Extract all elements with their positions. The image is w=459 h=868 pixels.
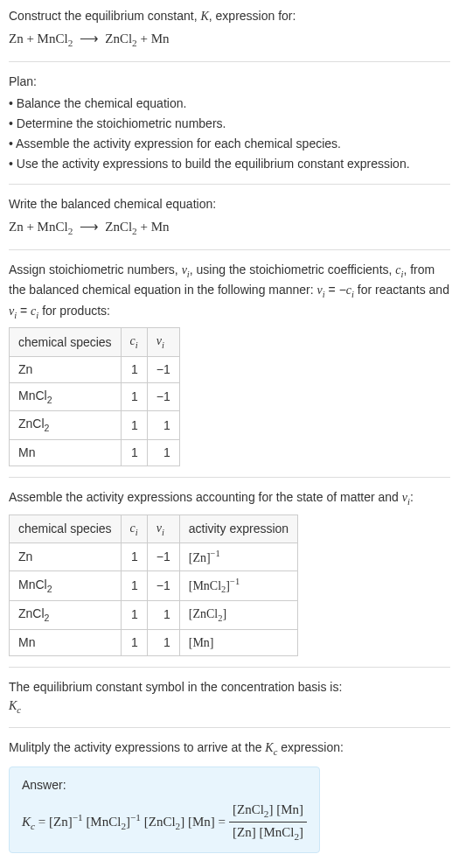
col-species: chemical species: [10, 514, 122, 543]
multiply-text: Mulitply the activity expressions to arr…: [9, 738, 450, 760]
col-v: νi: [147, 328, 179, 357]
cell-species: Zn: [10, 543, 122, 571]
kc-frac-den: [Zn] [MnCl2]: [229, 822, 307, 844]
table-row: Mn 1 1 [Mn]: [10, 629, 298, 655]
cell-species: ZnCl2: [10, 600, 122, 629]
cell-v: −1: [147, 356, 179, 382]
cell-c: 1: [121, 570, 147, 600]
intro-equation: Zn + MnCl2 ⟶ ZnCl2 + Mn: [9, 29, 450, 51]
divider: [9, 249, 450, 250]
plan-heading: Plan:: [9, 73, 450, 91]
cell-c: 1: [121, 382, 147, 411]
activity-table: chemical species ci νi activity expressi…: [9, 514, 298, 656]
kc-frac-num: [ZnCl2] [Mn]: [229, 800, 307, 822]
col-c: ci: [121, 328, 147, 357]
cell-species: MnCl2: [10, 382, 122, 411]
assign-text: Assign stoichiometric numbers, νi, using…: [9, 261, 450, 323]
plan-item: • Determine the stoichiometric numbers.: [9, 115, 450, 133]
table-header-row: chemical species ci νi: [10, 328, 180, 357]
col-species: chemical species: [10, 328, 122, 357]
intro-line: Construct the equilibrium constant, K, e…: [9, 7, 450, 25]
cell-v: 1: [147, 440, 179, 466]
table-row: ZnCl2 1 1 [ZnCl2]: [10, 600, 298, 629]
cell-activity: [Zn]−1: [179, 543, 297, 571]
cell-v: 1: [147, 629, 179, 655]
table-header-row: chemical species ci νi activity expressi…: [10, 514, 298, 543]
cell-c: 1: [121, 543, 147, 571]
cell-c: 1: [121, 356, 147, 382]
divider: [9, 477, 450, 478]
table-row: MnCl2 1 −1 [MnCl2]−1: [10, 570, 298, 600]
col-activity: activity expression: [179, 514, 297, 543]
kc-fraction: [ZnCl2] [Mn] [Zn] [MnCl2]: [229, 800, 307, 844]
cell-v: 1: [147, 411, 179, 440]
cell-species: Mn: [10, 440, 122, 466]
symbol-text: The equilibrium constant symbol in the c…: [9, 678, 450, 696]
cell-c: 1: [121, 411, 147, 440]
kc-lhs: Kc = [Zn]−1 [MnCl2]−1 [ZnCl2] [Mn] =: [22, 810, 226, 834]
symbol-kc: Kc: [9, 696, 450, 718]
assemble-text: Assemble the activity expressions accoun…: [9, 488, 450, 509]
balanced-equation: Zn + MnCl2 ⟶ ZnCl2 + Mn: [9, 217, 450, 239]
col-v: νi: [147, 514, 179, 543]
cell-species: Zn: [10, 356, 122, 382]
cell-c: 1: [121, 440, 147, 466]
answer-box: Answer: Kc = [Zn]−1 [MnCl2]−1 [ZnCl2] [M…: [9, 766, 320, 854]
cell-v: −1: [147, 570, 179, 600]
intro-text: Construct the equilibrium constant, K, e…: [9, 9, 296, 23]
cell-v: 1: [147, 600, 179, 629]
balanced-text: Write the balanced chemical equation:: [9, 195, 450, 214]
cell-v: −1: [147, 543, 179, 571]
cell-activity: [Mn]: [179, 629, 297, 655]
divider: [9, 61, 450, 62]
plan-item: • Assemble the activity expression for e…: [9, 135, 450, 153]
cell-activity: [ZnCl2]: [179, 600, 297, 629]
table-row: Zn 1 −1 [Zn]−1: [10, 543, 298, 571]
divider: [9, 667, 450, 668]
cell-c: 1: [121, 629, 147, 655]
divider: [9, 727, 450, 728]
cell-species: ZnCl2: [10, 411, 122, 440]
stoich-table: chemical species ci νi Zn 1 −1 MnCl2 1 −…: [9, 327, 180, 466]
plan-item: • Use the activity expressions to build …: [9, 155, 450, 173]
cell-species: Mn: [10, 629, 122, 655]
table-row: ZnCl2 1 1: [10, 411, 180, 440]
table-row: Mn 1 1: [10, 440, 180, 466]
cell-v: −1: [147, 382, 179, 411]
answer-label: Answer:: [22, 776, 307, 794]
kc-expression: Kc = [Zn]−1 [MnCl2]−1 [ZnCl2] [Mn] = [Zn…: [22, 800, 307, 844]
col-c: ci: [121, 514, 147, 543]
plan-item: • Balance the chemical equation.: [9, 94, 450, 113]
divider: [9, 184, 450, 185]
table-row: Zn 1 −1: [10, 356, 180, 382]
plan-list: • Balance the chemical equation. • Deter…: [9, 94, 450, 173]
cell-c: 1: [121, 600, 147, 629]
cell-species: MnCl2: [10, 570, 122, 600]
table-row: MnCl2 1 −1: [10, 382, 180, 411]
cell-activity: [MnCl2]−1: [179, 570, 297, 600]
